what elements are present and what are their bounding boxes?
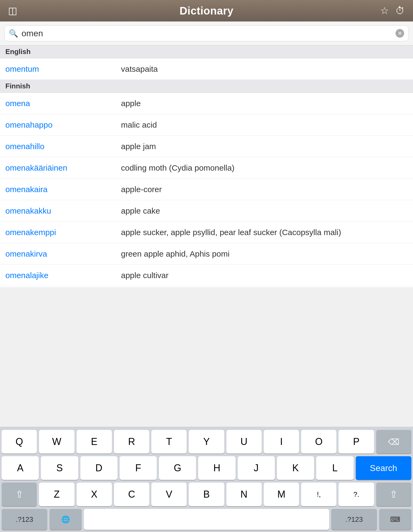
result-definition: apple (121, 99, 408, 108)
key-exclaim-comma[interactable]: !, (301, 483, 336, 506)
table-row[interactable]: omenamehu apple juice (0, 286, 413, 287)
keyboard-row-1: Q W E R T Y U I O P ⌫ (2, 430, 411, 454)
key-j[interactable]: J (238, 456, 275, 480)
result-word[interactable]: omenakakku (5, 206, 121, 215)
key-q[interactable]: Q (2, 430, 37, 454)
key-d[interactable]: D (80, 456, 118, 480)
result-definition: apple cake (121, 206, 408, 215)
result-definition: apple jam (121, 142, 408, 151)
table-row[interactable]: omenahappo malic acid (0, 114, 413, 136)
result-word[interactable]: omena (5, 99, 121, 108)
numeric-key-right[interactable]: .?123 (331, 509, 377, 530)
key-y[interactable]: Y (189, 430, 224, 454)
table-row[interactable]: omenakakku apple cake (0, 200, 413, 222)
search-icon: 🔍 (9, 29, 18, 38)
result-word[interactable]: omenahillo (5, 142, 121, 151)
header-actions: ☆ ⏱ (380, 5, 405, 16)
keyboard-row-2: A S D F G H J K L Search (2, 456, 411, 480)
numeric-key-left[interactable]: .?123 (2, 509, 47, 530)
search-input[interactable] (22, 28, 392, 38)
keyboard-bottom-row: .?123 🌐 .?123 ⌨ (2, 509, 411, 530)
result-word[interactable]: omenalajike (5, 271, 121, 280)
key-l[interactable]: L (316, 456, 353, 480)
table-row[interactable]: omentum vatsapaita (0, 58, 413, 80)
table-row[interactable]: omenakemppi apple sucker, apple psyllid,… (0, 222, 413, 243)
result-definition: malic acid (121, 120, 408, 130)
result-definition: apple-corer (121, 185, 408, 194)
result-definition: vatsapaita (121, 64, 408, 74)
backspace-key[interactable]: ⌫ (376, 430, 411, 454)
key-a[interactable]: A (2, 456, 39, 480)
globe-key[interactable]: 🌐 (49, 509, 82, 530)
clock-icon[interactable]: ⏱ (395, 5, 405, 16)
result-definition: apple cultivar (121, 271, 408, 280)
menu-icon[interactable]: ◫ (8, 5, 17, 16)
key-v[interactable]: V (151, 483, 187, 506)
key-f[interactable]: F (120, 456, 157, 480)
key-g[interactable]: G (159, 456, 196, 480)
result-word[interactable]: omenakaira (5, 185, 121, 194)
app-title: Dictionary (180, 5, 234, 17)
star-icon[interactable]: ☆ (380, 5, 389, 16)
shift-right-key[interactable]: ⇧ (376, 483, 411, 506)
key-m[interactable]: M (264, 483, 299, 506)
key-h[interactable]: H (198, 456, 235, 480)
key-e[interactable]: E (77, 430, 112, 454)
key-x[interactable]: X (77, 483, 112, 506)
key-c[interactable]: C (114, 483, 149, 506)
key-n[interactable]: N (226, 483, 262, 506)
result-definition: codling moth (Cydia pomonella) (121, 163, 408, 172)
section-header-finnish: Finnish (0, 80, 413, 93)
result-word[interactable]: omenahappo (5, 120, 121, 130)
key-p[interactable]: P (339, 430, 374, 454)
key-w[interactable]: W (39, 430, 74, 454)
key-r[interactable]: R (114, 430, 149, 454)
key-b[interactable]: B (189, 483, 224, 506)
key-z[interactable]: Z (39, 483, 74, 506)
result-word[interactable]: omenakääriäinen (5, 163, 121, 172)
key-k[interactable]: K (277, 456, 314, 480)
key-s[interactable]: S (41, 456, 78, 480)
table-row[interactable]: omenahillo apple jam (0, 136, 413, 157)
result-definition: green apple aphid, Aphis pomi (121, 249, 408, 258)
key-question-period[interactable]: ?. (339, 483, 374, 506)
key-u[interactable]: U (226, 430, 262, 454)
table-row[interactable]: omena apple (0, 93, 413, 114)
table-row[interactable]: omenakaira apple-corer (0, 179, 413, 200)
keyboard: Q W E R T Y U I O P ⌫ A S D F G H J K L … (0, 427, 413, 532)
key-o[interactable]: O (301, 430, 336, 454)
space-key[interactable] (84, 509, 329, 530)
table-row[interactable]: omenakirva green apple aphid, Aphis pomi (0, 243, 413, 265)
keyboard-row-3: ⇧ Z X C V B N M !, ?. ⇧ (2, 483, 411, 506)
app-header: ◫ Dictionary ☆ ⏱ (0, 0, 413, 21)
result-word[interactable]: omenakirva (5, 249, 121, 258)
search-key[interactable]: Search (356, 456, 411, 480)
keyboard-dismiss-key[interactable]: ⌨ (379, 509, 411, 530)
table-row[interactable]: omenalajike apple cultivar (0, 265, 413, 286)
key-t[interactable]: T (151, 430, 187, 454)
search-bar-container: 🔍 ✕ (0, 21, 413, 45)
result-word[interactable]: omentum (5, 64, 121, 74)
search-bar: 🔍 ✕ (4, 25, 409, 41)
result-definition: apple sucker, apple psyllid, pear leaf s… (121, 228, 408, 237)
table-row[interactable]: omenakääriäinen codling moth (Cydia pomo… (0, 157, 413, 179)
search-clear-button[interactable]: ✕ (396, 29, 404, 38)
result-word[interactable]: omenakemppi (5, 228, 121, 237)
key-i[interactable]: I (264, 430, 299, 454)
results-list: English omentum vatsapaita Finnish omena… (0, 45, 413, 287)
shift-left-key[interactable]: ⇧ (2, 483, 37, 506)
section-header-english: English (0, 45, 413, 58)
